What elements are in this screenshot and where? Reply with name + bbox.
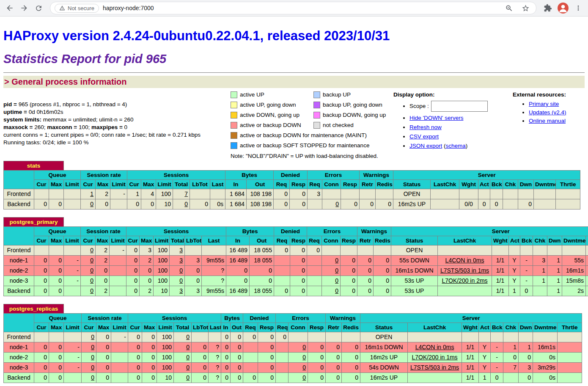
col-header: Max — [96, 323, 111, 332]
row-name: Frontend — [4, 245, 34, 255]
col-header: Cur — [34, 179, 49, 189]
legend-swatch-icon — [313, 112, 320, 119]
report-subtitle: Statistics Report for pid 965 — [3, 52, 585, 66]
cell-queue-cur — [34, 189, 49, 199]
col-header: LbTot — [185, 236, 202, 245]
cell-queue-cur — [34, 245, 49, 255]
cell-queue-max — [49, 189, 64, 199]
legend-item-label: backup DOWN, going up — [323, 112, 386, 118]
cell-sess-last: ? — [202, 265, 226, 276]
legend-swatch-icon — [231, 91, 237, 98]
proxy-name-tab[interactable]: postgres_primary — [4, 217, 64, 226]
cell-bytes-out: 0 — [231, 352, 243, 362]
cell-denied-resp: 0 — [258, 362, 276, 372]
cell-rate-cur: 1 — [81, 189, 96, 199]
cell-sess-limit: 10 — [156, 199, 173, 209]
cell-sess-cur: 0 — [126, 286, 140, 296]
col-header: Req — [307, 236, 322, 245]
external-resources: External resources: Primary site Updates… — [513, 91, 585, 126]
cell-errors-req — [307, 265, 322, 276]
cell-sess-max: 3 — [140, 245, 154, 255]
cell-warnings-redis — [376, 189, 393, 199]
zoom-button[interactable] — [503, 2, 515, 14]
cell-sess-last — [210, 189, 225, 199]
cell-rate-limit — [110, 286, 126, 296]
process-info-line: maxsock = 260; maxconn = 100; maxpipes =… — [3, 124, 231, 131]
legend-item: backup UP, going down — [313, 102, 393, 108]
cell-bck: - — [520, 276, 533, 286]
forward-icon — [20, 4, 28, 12]
col-header: Cur — [82, 323, 96, 332]
cell-act: Y — [479, 342, 491, 352]
cell-denied-req — [243, 362, 258, 372]
json-export-link[interactable]: JSON export — [409, 143, 442, 149]
cell-sess-lbtot: 0 — [185, 276, 202, 286]
cell-bck — [520, 245, 533, 255]
col-group-errors: Errors — [307, 226, 357, 236]
primary-site-link[interactable]: Primary site — [529, 101, 559, 107]
back-button[interactable] — [3, 2, 16, 14]
cell-queue-max: 0 — [49, 362, 64, 372]
row-name: Backend — [4, 372, 34, 383]
url-text[interactable]: haproxy-node:7000 — [103, 5, 154, 11]
cell-weight: 1/1 — [492, 286, 509, 296]
col-header: Cur — [127, 179, 141, 189]
col-group-sessions: Sessions — [127, 170, 225, 179]
cell-bck — [490, 189, 503, 199]
legend-item: active DOWN, going up — [231, 112, 313, 119]
legend-item-label: not checked — [323, 122, 354, 128]
cell-queue-cur: 0 — [34, 362, 49, 372]
process-info: pid = 965 (process #1, nbproc = 1, nbthr… — [3, 91, 231, 146]
bookmark-button[interactable] — [519, 2, 532, 14]
cell-weight — [492, 245, 509, 255]
hide-down-link[interactable]: Hide 'DOWN' servers — [409, 115, 463, 121]
proxy-name-tab[interactable]: stats — [4, 161, 64, 170]
cell-bck: 0 — [491, 372, 503, 383]
address-bar[interactable]: Not secure haproxy-node:7000 — [50, 2, 536, 14]
cell-sess-lbtot: 0 — [192, 342, 209, 352]
json-export-option: JSON export (schema) — [409, 143, 513, 149]
cell-rate-cur: 0 — [82, 372, 96, 383]
proxy-name-tab[interactable]: postgres_replicas — [4, 304, 64, 313]
cell-denied-resp: 0 — [290, 199, 308, 209]
col-header: Bck — [520, 236, 533, 245]
scope-input[interactable] — [431, 101, 488, 112]
forward-button[interactable] — [18, 2, 30, 14]
cell-denied-req: 0 — [243, 372, 258, 383]
json-schema-link[interactable]: schema — [446, 143, 466, 149]
cell-sess-max: 0 — [142, 362, 157, 372]
not-secure-chip[interactable]: Not secure — [55, 4, 99, 13]
cell-rate-max: 0 — [96, 362, 111, 372]
menu-button[interactable] — [572, 2, 585, 14]
cell-sess-cur: 0 — [128, 332, 142, 342]
online-manual-link[interactable]: Online manual — [529, 118, 566, 124]
cell-sess-limit: 100 — [154, 265, 170, 276]
cell-sess-total: 0 — [174, 332, 192, 342]
cell-lastchk: L7OK/200 in 1ms — [408, 352, 462, 362]
online-manual-option: Online manual — [529, 118, 585, 124]
reload-button[interactable] — [32, 2, 45, 14]
refresh-link[interactable]: Refresh now — [409, 124, 442, 130]
col-header: Out — [231, 323, 243, 332]
cell-weight: 1/1 — [492, 276, 509, 286]
col-header: Out — [250, 236, 274, 245]
cell-queue-limit: - — [64, 265, 81, 276]
cell-dwntme — [534, 199, 556, 209]
cell-thrtle — [558, 342, 582, 352]
cell-act — [478, 189, 490, 199]
process-info-line: Running tasks: 0/24; idle = 100 % — [3, 139, 231, 146]
extensions-button[interactable] — [541, 2, 554, 14]
updates-link[interactable]: Updates (v2.4) — [529, 109, 566, 116]
cell-rate-limit — [110, 276, 126, 286]
cell-errors-conn: 0 — [322, 199, 341, 209]
cell-bytes-in: 0 — [221, 362, 231, 372]
page-title[interactable]: HAProxy version 2.4.24-0ubuntu0.22.04.1,… — [3, 28, 585, 44]
col-header: LastChk — [438, 236, 492, 245]
csv-export-link[interactable]: CSV export — [409, 133, 439, 140]
col-header: Req — [308, 179, 322, 189]
profile-avatar[interactable] — [558, 3, 569, 14]
cell-sess-total: 0 — [174, 342, 192, 352]
col-header: Resp — [258, 323, 276, 332]
cell-sess-max: 2 — [140, 255, 154, 265]
col-header: Limit — [64, 323, 82, 332]
